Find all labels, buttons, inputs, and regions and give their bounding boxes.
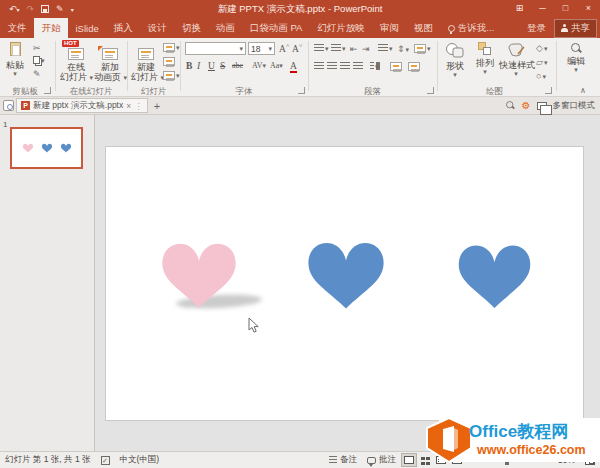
- shape-effects-icon[interactable]: ○: [536, 71, 546, 81]
- share-button[interactable]: 共享: [554, 19, 597, 38]
- font-size-combobox[interactable]: 18: [248, 42, 275, 55]
- multi-window-icon[interactable]: [537, 102, 547, 110]
- tab-islide[interactable]: iSlide: [68, 18, 106, 38]
- strikethrough-icon[interactable]: S: [220, 61, 225, 71]
- sign-in-button[interactable]: 登录: [527, 22, 546, 35]
- save-icon[interactable]: [41, 5, 49, 13]
- powerpoint-window: 新建 PPTX 演示文稿.pptx - PowerPoint ↶▾ ↷ ✎ ▾ …: [0, 0, 600, 468]
- paste-button[interactable]: 粘贴: [6, 42, 24, 77]
- font-name-combobox[interactable]: [185, 42, 246, 55]
- tab-design[interactable]: 设计: [140, 18, 174, 38]
- numbering-icon[interactable]: [331, 44, 346, 52]
- drawing-dialog-launcher-icon[interactable]: [545, 87, 552, 94]
- clipboard-dialog-launcher-icon[interactable]: [44, 87, 51, 94]
- change-case-icon[interactable]: Aa: [270, 61, 283, 70]
- arrange-objects-icon[interactable]: [408, 62, 420, 71]
- tab-home[interactable]: 开始: [34, 18, 68, 38]
- new-animation-page-button[interactable]: 新加 动画页: [94, 40, 126, 82]
- arrange-button[interactable]: 排列: [471, 42, 499, 75]
- shrink-font-icon[interactable]: A˅: [292, 43, 302, 54]
- arrange-icon: [478, 42, 492, 58]
- align-center-icon[interactable]: [327, 62, 337, 70]
- text-direction-icon[interactable]: ⇕: [397, 44, 409, 54]
- language-indicator[interactable]: 中文(中国): [115, 454, 165, 466]
- format-painter-icon[interactable]: ✎: [33, 69, 41, 79]
- new-slide-button[interactable]: 新建 幻灯片: [131, 40, 161, 82]
- notes-button[interactable]: 备注: [324, 454, 362, 466]
- tab-animations[interactable]: 动画: [208, 18, 242, 38]
- slide-layout-icon[interactable]: [163, 43, 180, 52]
- maximize-icon[interactable]: □: [554, 0, 577, 18]
- cut-icon[interactable]: ✂: [33, 43, 41, 53]
- close-icon[interactable]: ×: [577, 0, 600, 18]
- justify-icon[interactable]: [353, 62, 363, 70]
- settings-gear-icon[interactable]: ⚙: [522, 101, 531, 111]
- quick-access-toolbar: ↶▾ ↷ ✎ ▾: [0, 4, 74, 14]
- italic-icon[interactable]: I: [197, 61, 200, 71]
- shape-outline-icon[interactable]: ▱: [536, 57, 547, 67]
- comments-button[interactable]: 批注: [362, 454, 401, 466]
- character-spacing-icon[interactable]: AV: [252, 61, 266, 70]
- new-tab-icon[interactable]: +: [154, 100, 160, 112]
- multi-window-label[interactable]: 多窗口模式: [553, 100, 596, 112]
- grow-font-icon[interactable]: A˄: [279, 43, 289, 54]
- heart-shape-blue-1[interactable]: [306, 238, 386, 312]
- align-right-icon[interactable]: [340, 62, 350, 70]
- bold-icon[interactable]: B: [186, 61, 192, 71]
- line-spacing-icon[interactable]: [378, 44, 393, 52]
- columns-icon[interactable]: [370, 62, 379, 70]
- thumb-heart-blue-1: [41, 143, 53, 153]
- paste-icon: [10, 42, 21, 56]
- quick-styles-button[interactable]: 快速样式: [499, 42, 533, 77]
- collapse-ribbon-icon[interactable]: ∧: [580, 86, 586, 95]
- tab-close-icon[interactable]: ×: [126, 101, 131, 111]
- tab-more-icon[interactable]: ⋮: [134, 101, 143, 111]
- online-slide-icon: [68, 48, 84, 60]
- font-color-icon[interactable]: A: [290, 61, 297, 73]
- watermark: Office教程网 www.office26.com: [425, 418, 600, 462]
- ink-icon[interactable]: ✎: [56, 4, 64, 14]
- text-shadow-icon[interactable]: abc: [232, 61, 243, 70]
- tab-list-icon[interactable]: [3, 100, 14, 111]
- redo-icon[interactable]: ↷: [27, 4, 35, 14]
- mouse-cursor: [248, 317, 260, 334]
- tab-review[interactable]: 审阅: [372, 18, 406, 38]
- ribbon-display-options-icon[interactable]: ⊞: [508, 0, 531, 18]
- align-left-icon[interactable]: [314, 62, 324, 70]
- smartart-convert-icon[interactable]: [390, 62, 402, 71]
- slide-thumbnail[interactable]: [10, 127, 83, 169]
- copy-icon[interactable]: [33, 56, 45, 64]
- tab-view[interactable]: 视图: [406, 18, 440, 38]
- align-text-icon[interactable]: [414, 44, 431, 53]
- tab-slideshow[interactable]: 幻灯片放映: [310, 18, 373, 38]
- undo-icon[interactable]: ↶▾: [9, 4, 20, 14]
- reset-slide-icon[interactable]: [163, 57, 175, 66]
- heart-shape-blue-2[interactable]: [456, 241, 533, 311]
- font-dialog-launcher-icon[interactable]: [298, 87, 305, 94]
- tab-tell-me[interactable]: 告诉我...: [440, 18, 501, 38]
- shapes-icon: [445, 42, 465, 59]
- slide[interactable]: [106, 147, 583, 420]
- underline-icon[interactable]: U: [208, 61, 215, 71]
- tab-file[interactable]: 文件: [0, 18, 34, 38]
- shapes-button[interactable]: 形状: [441, 42, 469, 78]
- normal-view-button[interactable]: [401, 453, 417, 467]
- shape-fill-icon[interactable]: ◇: [536, 43, 547, 53]
- heart-shape-pink[interactable]: [160, 238, 238, 312]
- tab-insert[interactable]: 插入: [106, 18, 140, 38]
- section-icon[interactable]: [163, 71, 180, 80]
- decrease-indent-icon[interactable]: ⇤: [350, 44, 358, 54]
- increase-indent-icon[interactable]: ⇥: [362, 44, 370, 54]
- spellcheck-icon[interactable]: ✓: [96, 456, 115, 465]
- online-slides-button[interactable]: HOT 在线 幻灯片: [60, 40, 92, 82]
- paragraph-dialog-launcher-icon[interactable]: [427, 87, 434, 94]
- doc-search-icon[interactable]: [506, 101, 515, 110]
- bullets-icon[interactable]: [314, 44, 329, 52]
- editing-button[interactable]: 编辑: [562, 43, 590, 73]
- document-tab[interactable]: P 新建 pptx 演示文稿.pptx × ⋮: [16, 98, 148, 113]
- minimize-icon[interactable]: ─: [531, 0, 554, 18]
- tab-transitions[interactable]: 切换: [174, 18, 208, 38]
- slide-canvas[interactable]: [95, 115, 600, 451]
- customize-qat-icon[interactable]: ▾: [71, 6, 74, 13]
- tab-pocket-animation[interactable]: 口袋动画 PA: [242, 18, 310, 38]
